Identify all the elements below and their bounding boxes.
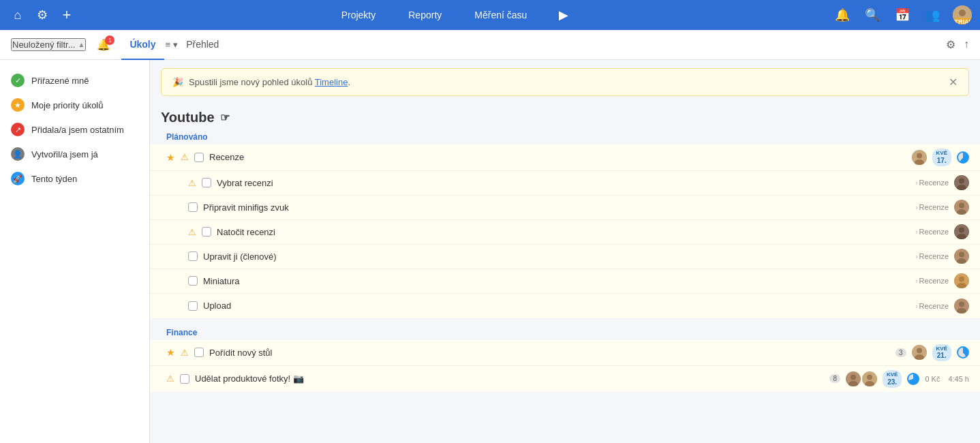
trial-badge: TRIAL xyxy=(953,18,972,25)
table-row: Upravit ji (členové) › Recenze xyxy=(150,245,980,269)
avatar xyxy=(954,200,969,215)
tab-options[interactable]: ≡ ▾ xyxy=(166,40,179,50)
main-content: 🎉 Spustili jsme nový pohled úkolů Timeli… xyxy=(150,60,980,443)
banner-emoji: 🎉 xyxy=(172,77,183,87)
task-checkbox[interactable] xyxy=(202,227,211,236)
subheader-share-icon[interactable]: ↑ xyxy=(964,38,969,51)
banner-close-icon[interactable]: ✕ xyxy=(949,76,958,89)
task-checkbox[interactable] xyxy=(188,301,198,311)
task-name: Vybrat recenzi xyxy=(217,178,910,188)
play-icon[interactable]: ▶ xyxy=(554,5,573,25)
timeline-link[interactable]: Timeline xyxy=(315,77,348,87)
task-checkbox[interactable] xyxy=(194,348,204,357)
task-checkbox[interactable] xyxy=(188,276,198,286)
task-name: Upload xyxy=(203,301,910,311)
sidebar-dot-priority: ★ xyxy=(11,98,25,112)
options-icon: ≡ xyxy=(166,40,171,50)
sidebar-item-assigned[interactable]: ✓ Přiřazené mně xyxy=(0,68,149,93)
svg-point-1 xyxy=(959,10,966,16)
time-link[interactable]: Měření času xyxy=(469,7,532,23)
banner-text: Spustili jsme nový pohled úkolů Timeline… xyxy=(189,77,350,87)
finance-task-list: ★ ⚠ Pořídit nový stůl 3 kvě 21. xyxy=(150,340,980,392)
cursor-icon: ☞ xyxy=(220,111,230,124)
search-icon[interactable]: 🔍 xyxy=(863,5,882,25)
sidebar: ✓ Přiřazené mně ★ Moje priority úkolů ↗ … xyxy=(0,60,150,443)
count-badge: 8 xyxy=(829,374,840,383)
task-checkbox[interactable] xyxy=(188,202,198,212)
table-row: Upload › Recenze xyxy=(150,294,980,318)
overview-tab[interactable]: Přehled xyxy=(178,30,227,60)
sidebar-dot-others: ↗ xyxy=(11,123,25,136)
task-name: Recenze xyxy=(209,152,906,162)
add-icon[interactable]: + xyxy=(57,5,76,25)
subheader-right: ⚙ ↑ xyxy=(946,38,969,51)
avatar xyxy=(954,273,969,288)
subheader-settings-icon[interactable]: ⚙ xyxy=(946,38,955,51)
svg-point-4 xyxy=(917,153,922,158)
topnav-center: Projekty Reporty Měření času ▶ xyxy=(82,5,827,25)
warning-icon: ⚠ xyxy=(181,152,189,162)
people-icon[interactable]: 👥 xyxy=(923,5,942,25)
tab-group: Úkoly ≡ ▾ Přehled xyxy=(121,30,227,60)
task-name: Pořídit nový stůl xyxy=(209,348,890,358)
sidebar-item-created[interactable]: 👤 Vytvořil/a jsem já xyxy=(0,142,149,166)
task-name: Udělat produktové fotky! 📷 xyxy=(195,373,824,384)
svg-point-22 xyxy=(959,301,964,307)
avatar xyxy=(954,175,969,190)
task-checkbox[interactable] xyxy=(194,153,204,162)
bell-icon[interactable]: 🔔 xyxy=(833,5,852,25)
subheader: Neuložený filtr... ▲ 🔔 1 Úkoly ≡ ▾ Přehl… xyxy=(0,30,980,60)
date-badge: kvě 23. xyxy=(883,370,902,388)
date-badge: kvě 17. xyxy=(932,149,951,166)
topnav-left: ⌂ ⚙ + xyxy=(8,5,76,25)
youtube-title: Youtube ☞ xyxy=(150,104,980,128)
progress-circle xyxy=(957,346,969,358)
date-badge: kvě 21. xyxy=(932,344,951,362)
table-row: ★ ⚠ Recenze kvě 17. xyxy=(150,144,980,171)
meta-time: 4:45 h xyxy=(948,375,969,383)
svg-point-10 xyxy=(959,203,964,209)
task-name: Upravit ji (členové) xyxy=(203,251,910,262)
home-icon[interactable]: ⌂ xyxy=(8,5,27,25)
table-row: ★ ⚠ Pořídit nový stůl 3 kvě 21. xyxy=(150,340,980,367)
notification-button[interactable]: 🔔 1 xyxy=(97,38,110,51)
youtube-project: Youtube ☞ Plánováno ★ ⚠ Recenze kvě xyxy=(150,104,980,318)
sidebar-item-assigned-others[interactable]: ↗ Přidala/a jsem ostatním xyxy=(0,117,149,142)
meta-money: 0 Kč xyxy=(925,375,940,383)
user-avatar[interactable]: TRIAL xyxy=(953,5,972,25)
sidebar-dot-created: 👤 xyxy=(11,147,25,161)
planned-section-label: Plánováno xyxy=(150,128,980,144)
star-icon[interactable]: ★ xyxy=(166,152,175,163)
task-checkbox[interactable] xyxy=(188,251,198,261)
calendar-icon[interactable]: 📅 xyxy=(893,5,912,25)
task-tag: › Recenze xyxy=(915,179,949,187)
filter-button[interactable]: Neuložený filtr... ▲ xyxy=(11,38,86,51)
svg-point-31 xyxy=(867,374,872,380)
finance-section-label: Finance xyxy=(150,324,980,340)
sidebar-label-week: Tento týden xyxy=(31,174,77,184)
sidebar-item-this-week[interactable]: 🚀 Tento týden xyxy=(0,166,149,191)
svg-point-28 xyxy=(851,374,856,380)
star-icon[interactable]: ★ xyxy=(166,347,175,358)
tasks-tab[interactable]: Úkoly xyxy=(121,30,164,60)
chevron-down-icon: ▲ xyxy=(78,41,85,48)
avatar xyxy=(954,299,969,314)
task-tag: › Recenze xyxy=(915,302,949,310)
task-checkbox[interactable] xyxy=(202,178,211,187)
svg-point-16 xyxy=(959,252,964,258)
projects-link[interactable]: Projekty xyxy=(336,7,382,23)
sidebar-label-others: Přidala/a jsem ostatním xyxy=(31,125,124,135)
reports-link[interactable]: Reporty xyxy=(403,7,447,23)
avatar-second xyxy=(862,371,877,386)
sidebar-item-priority[interactable]: ★ Moje priority úkolů xyxy=(0,93,149,117)
chevron-options-icon: ▾ xyxy=(173,40,178,50)
topnav-right: 🔔 🔍 📅 👥 TRIAL xyxy=(833,5,972,25)
task-tag: › Recenze xyxy=(915,203,949,211)
task-checkbox[interactable] xyxy=(180,374,189,384)
settings-icon[interactable]: ⚙ xyxy=(33,5,52,25)
table-row: ⚠ Natočit recenzi › Recenze xyxy=(150,220,980,245)
progress-circle xyxy=(957,151,969,164)
avatar xyxy=(912,150,927,165)
svg-point-19 xyxy=(959,277,964,282)
sidebar-dot-week: 🚀 xyxy=(11,172,25,185)
